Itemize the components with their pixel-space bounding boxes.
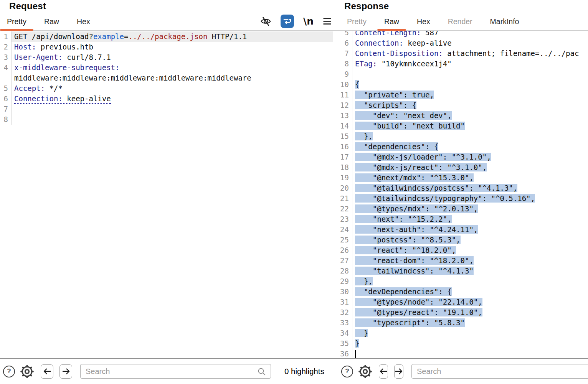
code-line[interactable]: 9 (338, 69, 588, 79)
code-line[interactable]: 7Content-Disposition: attachment; filena… (338, 48, 588, 59)
line-number: 7 (338, 48, 352, 59)
response-title: Response (338, 0, 588, 13)
code-line[interactable]: 8 (0, 114, 338, 125)
tab-markinfo[interactable]: MarkInfo (490, 13, 519, 30)
code-line[interactable]: 25 "postcss": "^8.5.3", (338, 235, 588, 245)
line-number: 29 (338, 276, 352, 287)
tab-raw[interactable]: Raw (44, 13, 59, 30)
code-line[interactable]: 3User-Agent: curl/8.7.1 (0, 52, 338, 63)
line-number: 33 (338, 318, 352, 328)
code-line[interactable]: 1GET /api/download?example=../../package… (0, 31, 338, 42)
line-number: 17 (338, 152, 352, 162)
menu-icon[interactable] (323, 17, 332, 25)
code-line[interactable]: 33 "typescript": "5.8.3" (338, 318, 588, 328)
line-number: 7 (0, 104, 12, 114)
code-line[interactable]: 7 (0, 104, 338, 114)
line-number: 10 (338, 79, 352, 90)
code-segment: Connection: (14, 94, 63, 103)
line-number: 15 (338, 131, 352, 142)
code-line[interactable]: 11 "private": true, (338, 90, 588, 100)
code-segment: Content-Disposition: (355, 49, 443, 58)
code-line[interactable]: 34 } (338, 328, 588, 338)
forward-arrow-button[interactable] (394, 364, 403, 379)
line-number: 34 (338, 328, 352, 338)
line-number: 28 (338, 266, 352, 276)
tab-render[interactable]: Render (448, 13, 472, 30)
code-line[interactable]: 35} (338, 338, 588, 349)
code-line[interactable]: 13 "dev": "next dev", (338, 110, 588, 121)
tab-hex[interactable]: Hex (77, 13, 90, 30)
code-line[interactable]: 4x-middleware-subrequest: (0, 63, 338, 73)
code-line[interactable]: 23 "next": "^15.2.2", (338, 214, 588, 224)
newline-icon[interactable]: \n (303, 16, 314, 27)
code-line[interactable]: 29 }, (338, 276, 588, 287)
code-line[interactable]: 6Connection: keep-alive (0, 94, 338, 104)
code-line[interactable]: 10{ (338, 79, 588, 90)
code-line[interactable]: 31 "@types/node": "22.14.0", (338, 297, 588, 307)
code-text: "react-dom": "^18.2.0", (352, 255, 588, 266)
help-icon[interactable]: ? (341, 366, 353, 377)
request-search-input[interactable] (80, 364, 271, 379)
settings-gear-icon[interactable] (20, 364, 34, 379)
code-segment: "@next/mdx": "^15.3.0", (355, 173, 474, 182)
hide-eye-icon[interactable] (260, 16, 271, 27)
dotted-underline-text: Connection: keep-alive (14, 94, 111, 104)
code-line[interactable]: 32 "@types/react": "19.1.0", (338, 307, 588, 318)
code-line[interactable]: 18 "@mdx-js/react": "^3.1.0", (338, 162, 588, 173)
code-line[interactable]: 21 "@tailwindcss/typography": "^0.5.16", (338, 193, 588, 204)
code-line[interactable]: 36 (338, 349, 588, 358)
code-segment: 587 (421, 31, 439, 37)
code-line[interactable]: 19 "@next/mdx": "^15.3.0", (338, 173, 588, 183)
settings-gear-icon[interactable] (358, 364, 372, 379)
line-number: 8 (338, 59, 352, 69)
request-editor[interactable]: 1GET /api/download?example=../../package… (0, 31, 338, 358)
code-segment: Content-Length: (355, 31, 421, 37)
tab-pretty[interactable]: Pretty (7, 13, 26, 30)
code-line[interactable]: 6Connection: keep-alive (338, 38, 588, 48)
code-line[interactable]: 15 }, (338, 131, 588, 142)
back-arrow-button[interactable] (41, 364, 53, 379)
forward-arrow-button[interactable] (59, 364, 72, 379)
tab-raw[interactable]: Raw (384, 13, 399, 30)
line-number: 31 (338, 297, 352, 307)
code-line[interactable]: 27 "react-dom": "^18.2.0", (338, 255, 588, 266)
tab-hex[interactable]: Hex (417, 13, 430, 30)
code-segment: "next-auth": "^4.24.11", (355, 225, 478, 234)
code-line[interactable]: 17 "@mdx-js/loader": "^3.1.0", (338, 152, 588, 162)
code-line[interactable]: 30 "devDependencies": { (338, 287, 588, 297)
code-line[interactable]: 16 "dependencies": { (338, 142, 588, 152)
code-line[interactable]: 14 "build": "next build" (338, 121, 588, 131)
wrap-lines-icon[interactable] (281, 15, 294, 28)
request-search-wrap (80, 364, 271, 379)
code-line[interactable]: 20 "@tailwindcss/postcss": "^4.1.3", (338, 183, 588, 193)
response-footer: ? (338, 358, 588, 384)
code-line[interactable]: 5Content-Length: 587 (338, 31, 588, 38)
response-panel: Response PrettyRawHexRenderMarkInfo 5Con… (338, 0, 588, 384)
code-segment: }, (355, 277, 373, 285)
code-line[interactable]: middleware:middleware:middleware:middlew… (0, 73, 338, 83)
code-text: "@mdx-js/loader": "^3.1.0", (352, 152, 588, 162)
code-segment: "scripts": { (355, 101, 416, 109)
code-line[interactable]: 2Host: previous.htb (0, 42, 338, 52)
code-segment: "typescript": "5.8.3" (355, 318, 465, 327)
code-text: middleware:middleware:middleware:middlew… (12, 73, 338, 83)
code-text: "tailwindcss": "^4.1.3" (352, 266, 588, 276)
line-number: 9 (338, 69, 352, 79)
code-line[interactable]: 24 "next-auth": "^4.24.11", (338, 224, 588, 235)
code-line[interactable]: 8ETag: "10ykmnkceex1j4" (338, 59, 588, 69)
response-search-input[interactable] (411, 364, 588, 379)
code-text: "@tailwindcss/postcss": "^4.1.3", (352, 183, 588, 193)
code-line[interactable]: 12 "scripts": { (338, 100, 588, 110)
code-text: "postcss": "^8.5.3", (352, 235, 588, 245)
code-line[interactable]: 26 "react": "^18.2.0", (338, 245, 588, 255)
line-number: 2 (0, 42, 12, 52)
code-line[interactable]: 5Accept: */* (0, 83, 338, 94)
code-line[interactable]: 28 "tailwindcss": "^4.1.3" (338, 266, 588, 276)
code-segment: ETag: (355, 59, 377, 68)
response-editor[interactable]: 5Content-Length: 5876Connection: keep-al… (338, 31, 588, 358)
tab-pretty[interactable]: Pretty (347, 13, 367, 30)
help-icon[interactable]: ? (3, 366, 15, 377)
code-segment: previous.htb (36, 43, 93, 51)
back-arrow-button[interactable] (379, 364, 388, 379)
code-line[interactable]: 22 "@types/mdx": "^2.0.13", (338, 204, 588, 214)
